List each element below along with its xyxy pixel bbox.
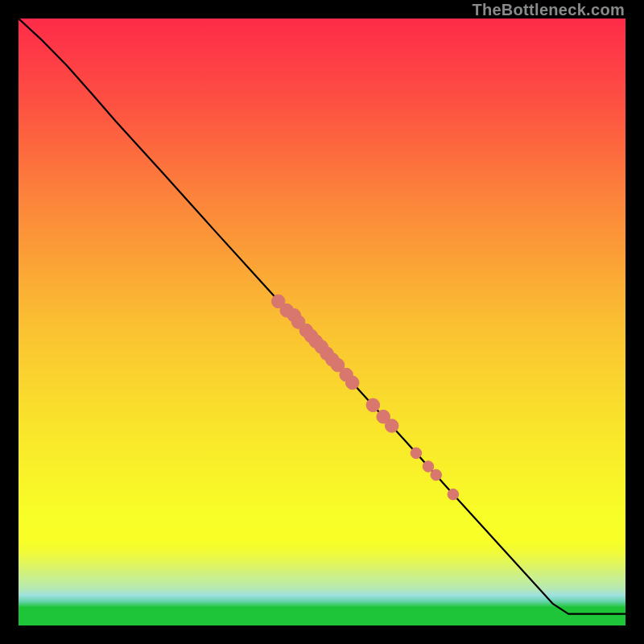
data-point [423, 461, 434, 473]
data-point [345, 376, 359, 390]
data-point [385, 419, 398, 433]
curve-line [19, 19, 625, 614]
watermark-text: TheBottleneck.com [472, 1, 625, 19]
curve-svg [19, 19, 625, 625]
data-point [366, 398, 380, 412]
data-point [448, 489, 459, 500]
data-point [431, 469, 442, 481]
plot-area [19, 19, 625, 625]
chart-stage: TheBottleneck.com [0, 0, 644, 644]
data-point [411, 448, 422, 459]
